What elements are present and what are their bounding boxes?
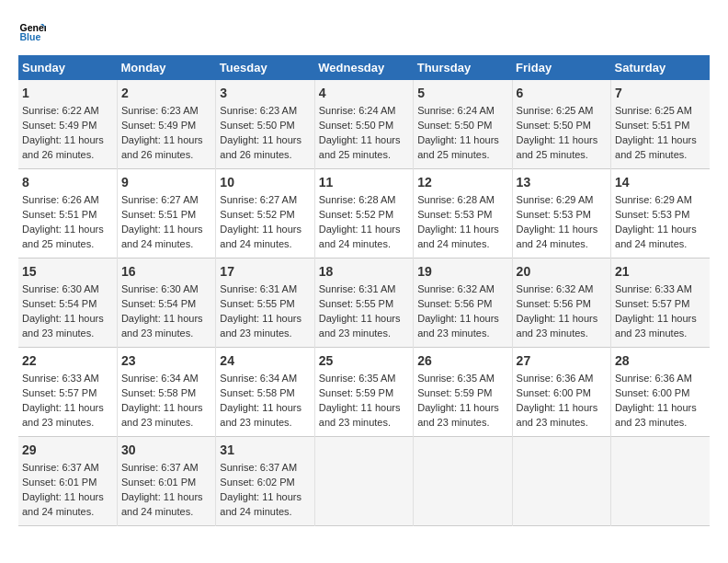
day-cell: 7Sunrise: 6:25 AMSunset: 5:51 PMDaylight… xyxy=(611,80,710,169)
sunset: Sunset: 5:51 PM xyxy=(22,209,97,220)
sunset: Sunset: 5:50 PM xyxy=(517,120,591,131)
day-number: 26 xyxy=(417,351,507,370)
day-number: 28 xyxy=(615,351,706,370)
day-cell: 16Sunrise: 6:30 AMSunset: 5:54 PMDayligh… xyxy=(117,259,215,348)
sunset: Sunset: 6:00 PM xyxy=(615,387,689,398)
daylight: Daylight: 11 hours and 25 minutes. xyxy=(615,134,697,160)
day-number: 22 xyxy=(22,351,113,370)
sunset: Sunset: 5:56 PM xyxy=(417,298,492,309)
daylight: Daylight: 11 hours and 24 minutes. xyxy=(417,224,499,249)
sunrise: Sunrise: 6:34 AM xyxy=(121,373,199,384)
day-cell: 21Sunrise: 6:33 AMSunset: 5:57 PMDayligh… xyxy=(611,259,710,348)
sunset: Sunset: 5:57 PM xyxy=(615,298,689,309)
sunset: Sunset: 5:55 PM xyxy=(220,298,294,309)
sunset: Sunset: 5:52 PM xyxy=(319,209,393,220)
daylight: Daylight: 11 hours and 23 minutes. xyxy=(417,313,499,339)
day-cell: 2Sunrise: 6:23 AMSunset: 5:49 PMDaylight… xyxy=(117,80,215,169)
header-row: SundayMondayTuesdayWednesdayThursdayFrid… xyxy=(18,55,710,80)
daylight: Daylight: 11 hours and 25 minutes. xyxy=(22,224,104,249)
sunrise: Sunrise: 6:25 AM xyxy=(615,105,692,116)
day-cell: 14Sunrise: 6:29 AMSunset: 5:53 PMDayligh… xyxy=(611,169,710,259)
sunrise: Sunrise: 6:36 AM xyxy=(517,373,594,384)
logo: General Blue xyxy=(18,18,46,46)
day-number: 20 xyxy=(517,262,607,281)
week-row-4: 22Sunrise: 6:33 AMSunset: 5:57 PMDayligh… xyxy=(18,348,710,437)
day-number: 11 xyxy=(319,173,409,191)
day-number: 18 xyxy=(319,262,409,281)
day-number: 19 xyxy=(417,262,507,281)
daylight: Daylight: 11 hours and 24 minutes. xyxy=(615,224,697,249)
sunset: Sunset: 5:50 PM xyxy=(220,120,294,131)
sunrise: Sunrise: 6:26 AM xyxy=(22,194,99,205)
daylight: Daylight: 11 hours and 24 minutes. xyxy=(319,224,401,249)
daylight: Daylight: 11 hours and 26 minutes. xyxy=(220,134,301,160)
sunset: Sunset: 6:01 PM xyxy=(22,477,97,488)
day-number: 5 xyxy=(417,84,507,102)
daylight: Daylight: 11 hours and 24 minutes. xyxy=(517,224,598,249)
sunset: Sunset: 5:52 PM xyxy=(220,209,294,220)
daylight: Daylight: 11 hours and 23 minutes. xyxy=(121,313,203,339)
day-number: 3 xyxy=(220,84,310,102)
day-cell: 24Sunrise: 6:34 AMSunset: 5:58 PMDayligh… xyxy=(216,348,314,437)
day-cell: 11Sunrise: 6:28 AMSunset: 5:52 PMDayligh… xyxy=(314,169,413,259)
day-cell: 15Sunrise: 6:30 AMSunset: 5:54 PMDayligh… xyxy=(18,259,117,348)
sunrise: Sunrise: 6:27 AM xyxy=(121,194,199,205)
week-row-5: 29Sunrise: 6:37 AMSunset: 6:01 PMDayligh… xyxy=(18,437,710,526)
day-cell: 23Sunrise: 6:34 AMSunset: 5:58 PMDayligh… xyxy=(117,348,215,437)
day-cell xyxy=(512,437,610,526)
sunrise: Sunrise: 6:33 AM xyxy=(22,373,99,384)
sunset: Sunset: 5:56 PM xyxy=(517,298,591,309)
day-cell: 27Sunrise: 6:36 AMSunset: 6:00 PMDayligh… xyxy=(512,348,610,437)
daylight: Daylight: 11 hours and 23 minutes. xyxy=(220,402,301,428)
day-number: 24 xyxy=(220,351,310,370)
sunset: Sunset: 5:59 PM xyxy=(319,387,393,398)
sunrise: Sunrise: 6:24 AM xyxy=(319,105,396,116)
daylight: Daylight: 11 hours and 24 minutes. xyxy=(22,491,104,517)
sunset: Sunset: 5:58 PM xyxy=(121,387,196,398)
col-header-monday: Monday xyxy=(117,55,215,80)
sunrise: Sunrise: 6:28 AM xyxy=(417,194,495,205)
sunrise: Sunrise: 6:31 AM xyxy=(319,283,396,294)
daylight: Daylight: 11 hours and 25 minutes. xyxy=(417,134,499,160)
day-number: 13 xyxy=(517,173,607,191)
sunset: Sunset: 5:59 PM xyxy=(417,387,492,398)
daylight: Daylight: 11 hours and 25 minutes. xyxy=(517,134,598,160)
sunrise: Sunrise: 6:29 AM xyxy=(517,194,594,205)
daylight: Daylight: 11 hours and 26 minutes. xyxy=(22,134,104,160)
daylight: Daylight: 11 hours and 23 minutes. xyxy=(417,402,499,428)
day-number: 29 xyxy=(22,441,113,459)
daylight: Daylight: 11 hours and 23 minutes. xyxy=(121,402,203,428)
day-number: 23 xyxy=(121,351,211,370)
sunset: Sunset: 5:50 PM xyxy=(417,120,492,131)
day-cell: 10Sunrise: 6:27 AMSunset: 5:52 PMDayligh… xyxy=(216,169,314,259)
daylight: Daylight: 11 hours and 24 minutes. xyxy=(121,224,203,249)
day-number: 16 xyxy=(121,262,211,281)
sunrise: Sunrise: 6:30 AM xyxy=(22,283,99,294)
col-header-tuesday: Tuesday xyxy=(216,55,314,80)
sunrise: Sunrise: 6:23 AM xyxy=(220,105,297,116)
daylight: Daylight: 11 hours and 23 minutes. xyxy=(615,313,697,339)
daylight: Daylight: 11 hours and 23 minutes. xyxy=(22,313,104,339)
day-cell: 19Sunrise: 6:32 AMSunset: 5:56 PMDayligh… xyxy=(414,259,512,348)
calendar-table: SundayMondayTuesdayWednesdayThursdayFrid… xyxy=(18,55,710,526)
sunset: Sunset: 5:51 PM xyxy=(615,120,689,131)
day-cell xyxy=(314,437,413,526)
day-cell: 5Sunrise: 6:24 AMSunset: 5:50 PMDaylight… xyxy=(414,80,512,169)
sunset: Sunset: 6:01 PM xyxy=(121,477,196,488)
col-header-wednesday: Wednesday xyxy=(314,55,413,80)
day-cell: 25Sunrise: 6:35 AMSunset: 5:59 PMDayligh… xyxy=(314,348,413,437)
sunset: Sunset: 5:51 PM xyxy=(121,209,196,220)
day-cell: 26Sunrise: 6:35 AMSunset: 5:59 PMDayligh… xyxy=(414,348,512,437)
daylight: Daylight: 11 hours and 26 minutes. xyxy=(121,134,203,160)
sunset: Sunset: 5:55 PM xyxy=(319,298,393,309)
svg-text:Blue: Blue xyxy=(20,31,41,42)
sunrise: Sunrise: 6:36 AM xyxy=(615,373,692,384)
daylight: Daylight: 11 hours and 23 minutes. xyxy=(615,402,697,428)
sunrise: Sunrise: 6:32 AM xyxy=(417,283,495,294)
day-number: 14 xyxy=(615,173,706,191)
day-number: 27 xyxy=(517,351,607,370)
header: General Blue xyxy=(18,18,710,46)
sunrise: Sunrise: 6:25 AM xyxy=(517,105,594,116)
sunrise: Sunrise: 6:29 AM xyxy=(615,194,692,205)
sunset: Sunset: 6:02 PM xyxy=(220,477,294,488)
